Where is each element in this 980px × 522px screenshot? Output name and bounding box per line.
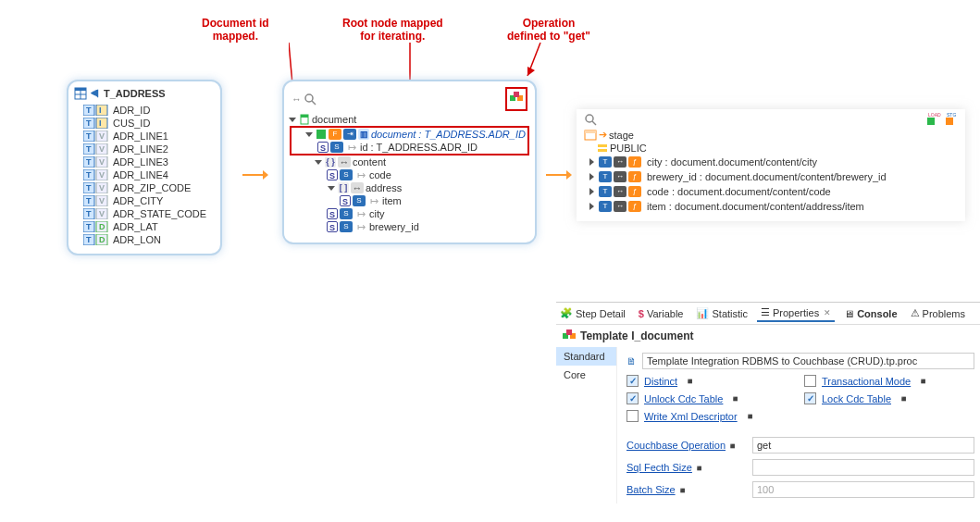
tab-console[interactable]: 🖥Console	[840, 306, 900, 321]
map-chip-icon: ↔	[614, 156, 626, 168]
map-arrow-icon: ↦	[354, 208, 367, 219]
transactional-checkbox[interactable]	[804, 375, 816, 387]
chevron-down-icon[interactable]	[327, 183, 336, 193]
lock-cdc-label[interactable]: Lock Cdc Table	[822, 393, 891, 404]
doc-brewery-row[interactable]: S S ↦ brewery_id	[327, 220, 531, 233]
tab-statistic[interactable]: 📊Statistic	[692, 305, 751, 321]
sql-fetch-label[interactable]: Sql Fecth Size	[626, 462, 692, 473]
chevron-down-icon[interactable]	[304, 130, 314, 139]
doc-city-label: city	[369, 208, 385, 219]
chevron-right-icon[interactable]	[588, 172, 597, 181]
write-xml-label[interactable]: Write Xml Descriptor	[644, 411, 738, 422]
chevron-down-icon[interactable]	[314, 157, 323, 167]
stage-mapping-row[interactable]: T↔ƒcity : document.document/content/city	[588, 155, 961, 169]
source-column-label: ADR_LON	[113, 234, 161, 245]
source-column-label: ADR_LINE3	[113, 156, 168, 168]
nav-icon: ↔	[351, 182, 364, 193]
fn-chip-icon: ƒ	[628, 171, 641, 182]
tab-variable[interactable]: $Variable	[635, 306, 688, 321]
doc-id-row[interactable]: S S ↦ id : T_ADDRESS.ADR_ID	[317, 141, 527, 154]
sql-fetch-input[interactable]	[752, 459, 974, 476]
doc-root-label: document	[312, 114, 356, 125]
console-icon: 🖥	[844, 308, 854, 319]
properties-side-tabs: Standard Core	[556, 347, 617, 503]
doc-address-row[interactable]: [ ] ↔ address	[327, 181, 531, 194]
stage-schema[interactable]: PUBLIC	[597, 142, 961, 155]
svg-rect-78	[566, 329, 572, 335]
source-column[interactable]: TVADR_LINE1	[74, 130, 215, 143]
tree-collapse-icon[interactable]: ↔	[292, 93, 302, 105]
doc-root[interactable]: document	[288, 113, 531, 126]
source-table-title[interactable]: ⯇ T_ADDRESS	[74, 85, 215, 104]
doc-map-row[interactable]: F ⇥ ▥ document : T_ADDRESS.ADR_ID	[304, 128, 527, 141]
source-column-label: ADR_ID	[113, 105, 150, 116]
doc-brewery-label: brewery_id	[369, 221, 419, 232]
source-column[interactable]: TVADR_LINE2	[74, 143, 215, 155]
source-column[interactable]: TDADR_LON	[74, 233, 215, 246]
chevron-down-icon[interactable]	[288, 115, 297, 124]
side-tab-core[interactable]: Core	[556, 366, 616, 384]
template-icon[interactable]	[509, 91, 524, 106]
search-icon[interactable]	[304, 93, 316, 106]
stage-schema-label: PUBLIC	[610, 143, 647, 154]
svg-line-57	[312, 101, 316, 105]
fn-chip-icon: ƒ	[628, 186, 641, 197]
doc-address-label: address	[366, 182, 402, 193]
tab-properties[interactable]: ☰Properties✕	[757, 304, 835, 322]
svg-marker-55	[263, 170, 268, 180]
column-icon: TV	[83, 143, 109, 155]
column-icon: TV	[83, 195, 109, 206]
search-icon[interactable]	[584, 113, 597, 126]
tab-bar: 🧩Step Detail $Variable 📊Statistic ☰Prope…	[556, 303, 980, 325]
svg-text:T: T	[86, 209, 92, 218]
source-column[interactable]: TDADR_LAT	[74, 220, 215, 233]
chevron-right-icon[interactable]	[588, 202, 597, 211]
fn-chip-icon: ƒ	[628, 201, 641, 212]
svg-rect-63	[316, 130, 326, 139]
source-column[interactable]: TICUS_ID	[74, 117, 215, 130]
unlock-cdc-checkbox[interactable]	[626, 392, 639, 404]
template-file-input[interactable]	[642, 353, 974, 369]
write-xml-checkbox[interactable]	[626, 410, 639, 422]
source-column-label: ADR_CITY	[113, 195, 163, 206]
map-blue-icon: S	[340, 221, 353, 232]
source-column[interactable]: TVADR_ZIP_CODE	[74, 181, 215, 194]
source-column[interactable]: TVADR_CITY	[74, 194, 215, 207]
source-column-label: ADR_ZIP_CODE	[113, 182, 191, 193]
source-column[interactable]: TVADR_LINE4	[74, 168, 215, 181]
tab-step-detail[interactable]: 🧩Step Detail	[556, 305, 629, 321]
side-tab-standard[interactable]: Standard	[556, 347, 616, 366]
svg-rect-68	[927, 118, 935, 125]
svg-text:T: T	[86, 183, 92, 193]
batch-size-label[interactable]: Batch Size	[626, 484, 676, 495]
column-icon: TD	[83, 234, 109, 245]
couchbase-op-input[interactable]	[752, 437, 974, 454]
warning-icon: ⚠	[911, 307, 920, 319]
distinct-label[interactable]: Distinct	[644, 376, 677, 387]
type-chip-icon: T	[599, 186, 612, 197]
chevron-right-icon[interactable]	[588, 157, 597, 167]
lock-cdc-checkbox[interactable]	[804, 392, 816, 404]
tab-problems[interactable]: ⚠Problems	[907, 305, 969, 321]
batch-size-input[interactable]	[752, 481, 974, 498]
load-stage-icons[interactable]: LOAD STG	[926, 113, 961, 128]
doc-content-row[interactable]: { } ↔ content	[314, 155, 531, 168]
doc-item-row[interactable]: S S ↦ item	[340, 194, 531, 207]
transactional-label[interactable]: Transactional Mode	[822, 376, 911, 387]
stage-mapping-row[interactable]: T↔ƒbrewery_id : document.document/conten…	[588, 169, 961, 184]
stage-mapping-row[interactable]: T↔ƒcode : document.document/content/code	[588, 184, 961, 199]
stage-mapping-row[interactable]: T↔ƒitem : document.document/content/addr…	[588, 199, 961, 214]
unlock-cdc-label[interactable]: Unlock Cdc Table	[644, 393, 723, 404]
source-column[interactable]: TVADR_LINE3	[74, 155, 215, 168]
svg-point-56	[305, 94, 313, 102]
source-column[interactable]: TVADR_STATE_CODE	[74, 207, 215, 220]
doc-city-row[interactable]: S S ↦ city	[327, 207, 531, 220]
chevron-right-icon[interactable]	[588, 187, 597, 196]
source-column[interactable]: TIADR_ID	[74, 104, 215, 117]
svg-text:T: T	[86, 144, 92, 154]
type-string-icon: S	[327, 169, 338, 180]
stage-root[interactable]: ➔ stage	[584, 128, 961, 142]
doc-code-row[interactable]: S S ↦ code	[327, 168, 531, 181]
couchbase-op-label[interactable]: Couchbase Operation	[626, 440, 726, 451]
distinct-checkbox[interactable]	[626, 375, 639, 387]
